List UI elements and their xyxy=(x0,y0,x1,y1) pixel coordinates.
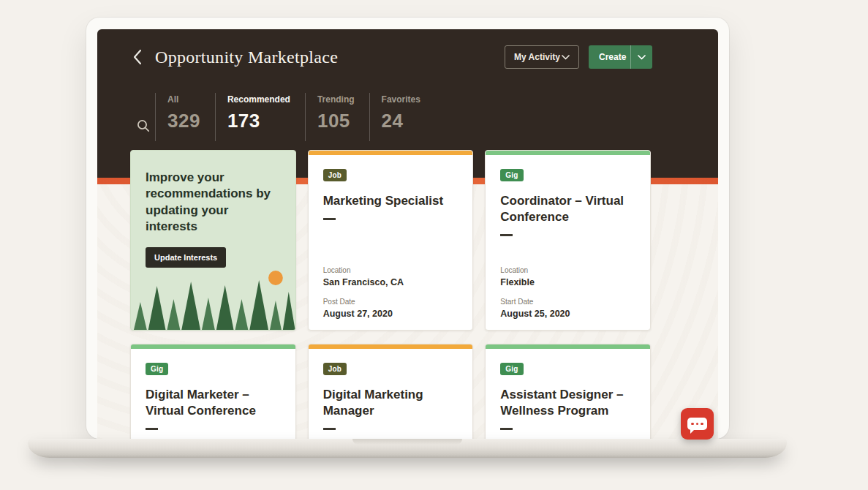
page-background: Opportunity Marketplace My Activity Crea… xyxy=(0,0,868,490)
card-type-badge: Gig xyxy=(500,169,523,181)
title-dash xyxy=(323,218,336,220)
card-body: Job Marketing Specialist xyxy=(309,155,473,220)
update-interests-button[interactable]: Update Interests xyxy=(146,247,226,268)
opportunity-card[interactable]: Job Digital Marketing Manager xyxy=(308,344,474,439)
card-field: Location San Francisco, CA xyxy=(323,266,404,287)
my-activity-label: My Activity xyxy=(514,52,560,62)
back-button[interactable] xyxy=(131,48,143,67)
chat-bubble-icon xyxy=(687,418,707,430)
tab-count: 329 xyxy=(167,111,200,130)
tab-count: 24 xyxy=(382,111,420,130)
card-body: Gig Assistant Designer – Wellness Progra… xyxy=(486,349,650,430)
tab-recommended[interactable]: Recommended 173 xyxy=(215,93,305,141)
promo-body: Improve your recommendations by updating… xyxy=(131,151,295,268)
tab-count: 173 xyxy=(227,111,290,130)
card-type-badge: Gig xyxy=(500,363,523,375)
card-type-badge: Job xyxy=(323,363,347,375)
card-body: Gig Digital Marketer – Virtual Conferenc… xyxy=(131,349,295,430)
tab-all[interactable]: All 329 xyxy=(155,93,215,141)
chevron-down-icon xyxy=(638,55,646,60)
tabs-row: All 329 Recommended 173 Trending 105 Fav… xyxy=(97,93,718,141)
opportunity-card[interactable]: Job Marketing Specialist Location San Fr… xyxy=(308,150,474,331)
create-dropdown-toggle[interactable] xyxy=(631,55,652,60)
opportunity-grid: Improve your recommendations by updating… xyxy=(130,150,651,439)
opportunity-card[interactable]: Gig Digital Marketer – Virtual Conferenc… xyxy=(130,344,296,439)
header-actions: My Activity Create xyxy=(505,45,652,69)
chevron-left-icon xyxy=(132,49,142,65)
search-button[interactable] xyxy=(137,119,150,132)
create-button[interactable]: Create xyxy=(589,45,652,69)
card-title: Assistant Designer – Wellness Program xyxy=(500,387,635,419)
header-row: Opportunity Marketplace My Activity Crea… xyxy=(97,29,718,69)
recommendations-promo-card: Improve your recommendations by updating… xyxy=(130,150,296,331)
tab-label: All xyxy=(167,94,200,105)
chevron-down-icon xyxy=(562,55,570,60)
card-field: Start Date August 25, 2020 xyxy=(500,298,570,319)
field-value: San Francisco, CA xyxy=(323,277,404,287)
card-field: Post Date August 27, 2020 xyxy=(323,298,404,319)
chat-dot xyxy=(696,423,699,426)
field-label: Post Date xyxy=(323,298,404,306)
my-activity-button[interactable]: My Activity xyxy=(505,45,579,69)
title-dash xyxy=(146,428,158,430)
tab-label: Favorites xyxy=(382,94,420,105)
card-body: Gig Coordinator – Virtual Conference xyxy=(486,155,650,236)
promo-text: Improve your recommendations by updating… xyxy=(146,170,281,235)
opportunity-card[interactable]: Gig Coordinator – Virtual Conference Loc… xyxy=(485,150,651,331)
card-field: Location Flexible xyxy=(500,266,570,287)
tab-label: Recommended xyxy=(227,94,290,105)
card-title: Digital Marketing Manager xyxy=(323,387,458,419)
page-title: Opportunity Marketplace xyxy=(155,48,338,67)
tab-trending[interactable]: Trending 105 xyxy=(305,93,369,141)
title-dash xyxy=(323,428,336,430)
field-label: Start Date xyxy=(500,298,570,306)
create-label: Create xyxy=(599,52,626,62)
chat-dot xyxy=(691,423,694,426)
search-icon xyxy=(137,119,150,132)
laptop-base xyxy=(28,439,787,458)
card-title: Marketing Specialist xyxy=(323,193,458,209)
chat-dot xyxy=(701,423,703,426)
card-fields: Location Flexible Start Date August 25, … xyxy=(500,266,570,319)
tab-label: Trending xyxy=(317,94,355,105)
title-dash xyxy=(500,234,513,236)
field-value: Flexible xyxy=(500,277,570,287)
laptop-mockup: Opportunity Marketplace My Activity Crea… xyxy=(86,18,729,439)
sun-icon xyxy=(268,271,283,285)
field-label: Location xyxy=(500,266,570,274)
opportunity-card[interactable]: Gig Assistant Designer – Wellness Progra… xyxy=(485,344,651,439)
tab-favorites[interactable]: Favorites 24 xyxy=(369,93,435,141)
title-dash xyxy=(500,428,513,430)
app-screen: Opportunity Marketplace My Activity Crea… xyxy=(97,29,718,439)
forest-illustration xyxy=(131,265,295,330)
card-title: Digital Marketer – Virtual Conference xyxy=(146,387,281,419)
tab-count: 105 xyxy=(317,111,355,130)
card-body: Job Digital Marketing Manager xyxy=(309,349,473,430)
field-value: August 25, 2020 xyxy=(500,309,570,319)
card-title: Coordinator – Virtual Conference xyxy=(500,193,635,225)
card-type-badge: Gig xyxy=(146,363,168,375)
card-type-badge: Job xyxy=(323,169,347,181)
chat-widget-button[interactable] xyxy=(681,408,714,440)
card-fields: Location San Francisco, CA Post Date Aug… xyxy=(323,266,404,319)
field-label: Location xyxy=(323,266,404,274)
field-value: August 27, 2020 xyxy=(323,309,404,319)
